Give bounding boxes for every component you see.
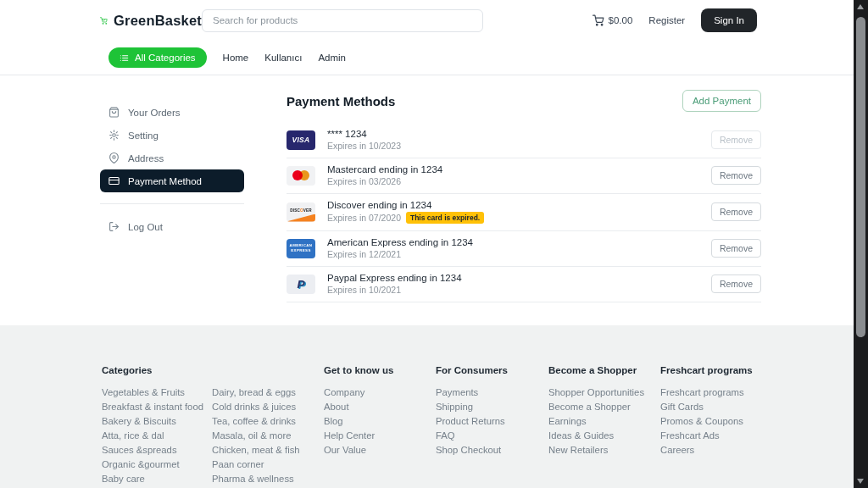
amex-card-icon: AMERICAN EXPRESS — [287, 239, 315, 258]
footer-col-freshcart-programs: Freshcart programs Freshcart programs Gi… — [660, 365, 787, 488]
brand-logo[interactable]: GreenBasket — [100, 11, 202, 30]
page-scrollbar[interactable] — [854, 0, 868, 488]
sidebar-item-label: Setting — [128, 130, 159, 141]
footer-link[interactable]: About — [324, 400, 436, 414]
footer-link[interactable]: Gift Cards — [660, 400, 787, 414]
footer-col-become-a-shopper: Become a Shopper Shopper Opportunities B… — [548, 365, 660, 488]
map-pin-icon — [108, 152, 120, 164]
footer-link[interactable]: Earnings — [548, 414, 660, 429]
register-link[interactable]: Register — [648, 15, 685, 25]
footer-col-for-consumers: For Consumers Payments Shipping Product … — [436, 365, 548, 488]
footer-link[interactable]: Our Value — [324, 443, 436, 458]
footer-link[interactable]: Pharma & wellness — [212, 472, 324, 486]
sidebar-item-address[interactable]: Address — [100, 147, 244, 169]
gear-icon — [108, 130, 120, 141]
log-out-icon — [108, 221, 120, 232]
footer-link[interactable]: Sauces &spreads — [102, 443, 212, 458]
footer-link[interactable]: Freshcart Ads — [660, 429, 787, 443]
footer-link[interactable]: Product Returns — [436, 414, 548, 429]
card-expiry: Expires in 12/2021 — [327, 249, 401, 259]
card-expiry: Expires in 10/2023 — [327, 141, 401, 151]
payment-method-row-visa: VISA **** 1234 Expires in 10/2023 Remove — [287, 123, 761, 158]
card-number: **** 1234 — [327, 129, 401, 139]
remove-button[interactable]: Remove — [711, 274, 761, 293]
discover-swoosh — [287, 214, 315, 222]
footer-link[interactable]: Vegetables & Fruits — [102, 385, 212, 400]
shopping-bag-icon — [108, 107, 120, 118]
sidebar-item-log-out[interactable]: Log Out — [100, 215, 244, 238]
sign-in-button[interactable]: Sign In — [701, 8, 757, 32]
footer-link[interactable]: Help Center — [324, 429, 436, 443]
list-icon — [120, 53, 129, 63]
footer-link[interactable]: Breakfast & instant food — [102, 400, 212, 414]
footer-link[interactable]: Organic &gourmet — [102, 458, 212, 472]
footer-link[interactable]: Careers — [660, 443, 787, 458]
footer-link[interactable]: Shop Checkout — [436, 443, 548, 458]
sidebar-item-setting[interactable]: Setting — [100, 124, 244, 147]
discover-card-icon: DISCOVER — [287, 202, 315, 222]
card-expiry: Expires in 03/2026 — [327, 176, 401, 186]
footer-link[interactable]: Dairy, bread & eggs — [212, 385, 324, 400]
cart-total[interactable]: $0.00 — [593, 14, 633, 26]
page: GreenBasket $0.00 Register Sign In A — [0, 0, 868, 488]
cart-logo-icon — [100, 11, 108, 30]
footer-link[interactable]: Atta, rice & dal — [102, 429, 212, 443]
nav-link-user[interactable]: Kullanıcı — [264, 53, 302, 63]
footer-col-categories-1: Categories Vegetables & Fruits Breakfast… — [102, 365, 212, 488]
footer-link[interactable]: Masala, oil & more — [212, 429, 324, 443]
search-input[interactable] — [202, 9, 483, 32]
card-expiry: Expires in 07/2020 — [327, 213, 401, 223]
sidebar-item-payment-method[interactable]: Payment Method — [100, 169, 244, 192]
footer-link[interactable]: Freshcart programs — [660, 385, 787, 400]
sidebar-item-label: Payment Method — [128, 176, 202, 186]
footer-link[interactable]: Payments — [436, 385, 548, 400]
payment-method-list: VISA **** 1234 Expires in 10/2023 Remove… — [287, 123, 761, 302]
nav-link-admin[interactable]: Admin — [318, 53, 346, 63]
page-title: Payment Methods — [287, 94, 395, 108]
remove-button[interactable]: Remove — [711, 202, 761, 221]
footer-link[interactable]: Tea, coffee & drinks — [212, 414, 324, 429]
brand-name: GreenBasket — [114, 13, 202, 29]
footer-heading: Become a Shopper — [548, 365, 660, 377]
footer-link[interactable]: Blog — [324, 414, 436, 429]
footer-link[interactable]: Bakery & Biscuits — [102, 414, 212, 429]
footer-link[interactable]: FAQ — [436, 429, 548, 443]
account-page: Your Orders Setting Address Payment — [100, 75, 868, 325]
all-categories-button[interactable]: All Categories — [108, 47, 207, 68]
footer-link[interactable]: Chicken, meat & fish — [212, 443, 324, 458]
footer-link[interactable]: Ideas & Guides — [548, 429, 660, 443]
footer-heading-spacer — [212, 365, 324, 377]
remove-button[interactable]: Remove — [711, 130, 761, 149]
expired-badge: This card is expired. — [406, 212, 484, 224]
card-number: Discover ending in 1234 — [327, 200, 484, 210]
sidebar-divider — [100, 203, 244, 204]
remove-button[interactable]: Remove — [711, 166, 761, 185]
footer-link[interactable]: Shopper Opportunities — [548, 385, 660, 400]
footer-link[interactable]: Baby care — [102, 472, 212, 486]
top-navigation: GreenBasket $0.00 Register Sign In — [100, 0, 757, 41]
footer-link[interactable]: Shipping — [436, 400, 548, 414]
account-sidebar: Your Orders Setting Address Payment — [100, 75, 244, 325]
visa-card-icon: VISA — [287, 130, 315, 150]
footer-link[interactable]: Paan corner — [212, 458, 324, 472]
visa-wordmark: VISA — [292, 136, 309, 144]
footer-link[interactable]: Promos & Coupons — [660, 414, 787, 429]
scrollbar-up-arrow-icon[interactable] — [857, 4, 864, 9]
card-number: American Express ending in 1234 — [327, 237, 473, 247]
scrollbar-down-arrow-icon[interactable] — [857, 479, 864, 484]
footer-link[interactable]: Company — [324, 385, 436, 400]
footer-link[interactable]: New Retailers — [548, 443, 660, 458]
footer-link[interactable]: Cold drinks & juices — [212, 400, 324, 414]
card-number: Mastercard ending in 1234 — [327, 164, 442, 175]
paypal-card-icon: P — [287, 274, 315, 294]
footer-heading: Get to know us — [324, 365, 436, 377]
footer-link[interactable]: Become a Shopper — [548, 400, 660, 414]
sidebar-item-your-orders[interactable]: Your Orders — [100, 101, 244, 124]
card-expiry: Expires in 10/2021 — [327, 285, 401, 295]
add-payment-button[interactable]: Add Payment — [682, 90, 761, 112]
scrollbar-thumb[interactable] — [856, 17, 865, 337]
remove-button[interactable]: Remove — [711, 239, 761, 258]
nav-link-home[interactable]: Home — [223, 53, 249, 63]
site-footer: Categories Vegetables & Fruits Breakfast… — [0, 325, 868, 488]
footer-col-get-to-know-us: Get to know us Company About Blog Help C… — [324, 365, 436, 488]
